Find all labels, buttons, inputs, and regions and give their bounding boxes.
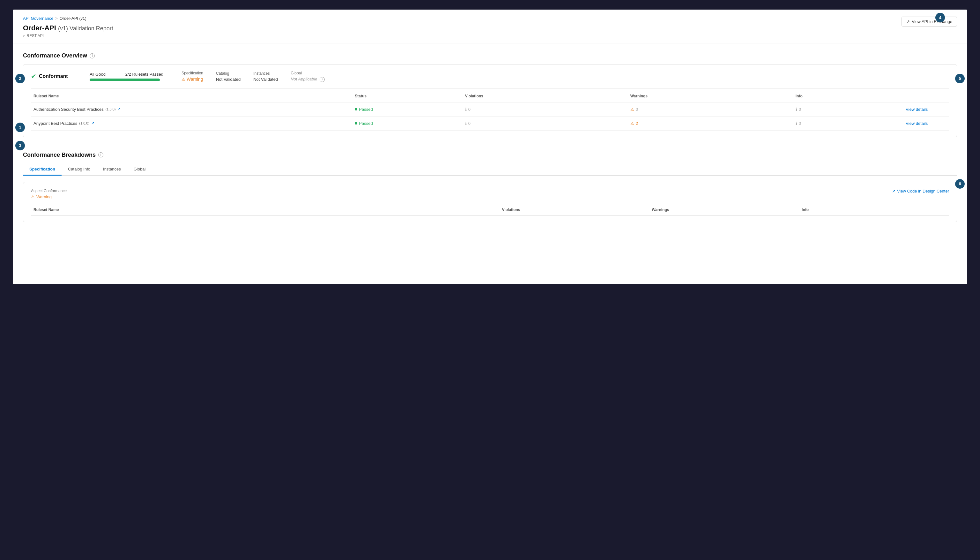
annotation-label-1: 1 xyxy=(19,125,21,130)
global-label: Global xyxy=(291,71,325,75)
violations-count-1: 0 xyxy=(468,107,470,112)
annotation-5: 5 xyxy=(955,74,965,83)
annotation-2: 2 xyxy=(15,74,25,83)
passed-status-2: Passed xyxy=(355,121,460,126)
conformance-top-row: ✔ Conformant All Good 2/2 Rulesets Passe… xyxy=(31,71,949,89)
spec-label: Specification xyxy=(181,71,203,75)
aspect-warning-icon: ⚠ xyxy=(31,195,35,199)
api-type-icon: ⌂ xyxy=(23,33,25,38)
annotation-label-4: 4 xyxy=(939,15,941,20)
catalog-label: Catalog xyxy=(216,71,241,76)
aspect-status-text: Warning xyxy=(37,195,51,199)
col-ruleset-name: Ruleset Name xyxy=(31,90,352,102)
version-badge-1: (1.0.0) xyxy=(106,107,116,111)
ruleset-table: Ruleset Name Status Violations Warnings … xyxy=(31,90,949,131)
breakdowns-title-text: Conformance Breakdowns xyxy=(23,152,96,158)
annotation-3: 3 xyxy=(15,141,25,150)
tab-specification-label: Specification xyxy=(29,167,55,172)
tab-global[interactable]: Global xyxy=(127,163,152,176)
actions-cell-2: View details xyxy=(903,116,949,130)
status-text-1: Passed xyxy=(359,107,373,112)
tab-specification[interactable]: Specification xyxy=(23,163,61,176)
breadcrumb-separator: > xyxy=(55,16,57,21)
status-text-2: Passed xyxy=(359,121,373,126)
instances-value: Not Validated xyxy=(253,77,278,82)
violations-cell-2: ℹ 0 xyxy=(463,116,628,130)
passed-status-1: Passed xyxy=(355,107,460,112)
annotation-label-5: 5 xyxy=(958,76,961,81)
info-count-2: 0 xyxy=(799,121,801,126)
status-cell-1: Passed xyxy=(352,102,462,116)
info-icon[interactable]: i xyxy=(90,53,95,58)
tab-instances-label: Instances xyxy=(103,167,121,172)
annotation-1: 1 xyxy=(15,123,25,132)
info-dot-icon-2: ℹ xyxy=(796,121,797,126)
table-row: Anypoint Best Practices (1.0.0) ↗ Passed xyxy=(31,116,949,130)
tab-catalog-info-label: Catalog Info xyxy=(68,167,90,172)
info-dot-icon-1: ℹ xyxy=(796,107,797,112)
breadcrumb: API Governance > Order-API (v1) xyxy=(23,16,957,21)
spec-warning-value: ⚠ Warning xyxy=(181,77,203,82)
view-exchange-button[interactable]: ↗ View API in Exchange xyxy=(902,17,957,27)
ruleset-table-body: Authentication Security Best Practices (… xyxy=(31,102,949,130)
progress-section: All Good 2/2 Rulesets Passed xyxy=(82,72,171,81)
status-items: Specification ⚠ Warning Catalog Not Vali… xyxy=(171,71,949,82)
view-details-link-2[interactable]: View details xyxy=(906,121,928,126)
breakdown-col-ruleset: Ruleset Name xyxy=(31,204,499,215)
aspect-conformance-header: Aspect Conformance ⚠ Warning ↗ View Code… xyxy=(31,189,949,199)
external-link-icon: ↗ xyxy=(906,19,910,24)
col-actions xyxy=(903,90,949,102)
violations-count-2: 0 xyxy=(468,121,470,126)
col-warnings: Warnings xyxy=(628,90,793,102)
conformance-breakdowns-section: 2 3 5 6 Conformance Breakdowns i Specifi… xyxy=(13,144,967,230)
aspect-conformance-label: Aspect Conformance xyxy=(31,189,66,193)
breadcrumb-current: Order-API (v1) xyxy=(59,16,86,21)
info-circle-icon-2: ℹ xyxy=(465,121,467,126)
tab-catalog-info[interactable]: Catalog Info xyxy=(61,163,97,176)
instances-label: Instances xyxy=(253,71,278,76)
warnings-count-2: 2 xyxy=(636,121,638,126)
breakdowns-info-icon[interactable]: i xyxy=(98,152,103,157)
warnings-cell-2: ⚠ 2 xyxy=(628,116,793,130)
global-info-icon[interactable]: i xyxy=(320,77,325,82)
view-details-link-1[interactable]: View details xyxy=(906,107,928,112)
page-title-sub: (v1) Validation Report xyxy=(58,25,113,32)
annotation-4: 4 xyxy=(935,13,945,22)
info-count-1: 0 xyxy=(799,107,801,112)
breakdown-col-info: Info xyxy=(799,204,949,215)
breadcrumb-link[interactable]: API Governance xyxy=(23,16,53,21)
progress-bar-fill xyxy=(90,78,160,81)
progress-label-right: 2/2 Rulesets Passed xyxy=(125,72,163,77)
warnings-count-1: 0 xyxy=(636,107,638,112)
conformance-overview-section: 1 Conformance Overview i ✔ Conformant Al… xyxy=(13,43,967,144)
specification-status: Specification ⚠ Warning xyxy=(181,71,203,82)
green-dot-icon-1 xyxy=(355,108,357,110)
warning-icon-2: ⚠ xyxy=(630,121,634,126)
external-link-icon-2[interactable]: ↗ xyxy=(91,121,95,125)
conformance-card: ✔ Conformant All Good 2/2 Rulesets Passe… xyxy=(23,64,957,137)
ruleset-name-cell: Authentication Security Best Practices (… xyxy=(31,102,352,116)
violations-cell-1: ℹ 0 xyxy=(463,102,628,116)
external-link-icon-1[interactable]: ↗ xyxy=(117,107,121,112)
info-circle-icon-1: ℹ xyxy=(465,107,467,112)
breakdowns-tabs: Specification Catalog Info Instances Glo… xyxy=(23,163,957,176)
annotation-label-3: 3 xyxy=(19,143,21,148)
conformant-badge: ✔ Conformant xyxy=(31,72,82,80)
breakdown-col-violations: Violations xyxy=(499,204,649,215)
global-value: Not Applicable i xyxy=(291,77,325,82)
breakdowns-title: Conformance Breakdowns i xyxy=(23,152,957,158)
spec-value: Warning xyxy=(187,77,203,82)
annotation-label-6: 6 xyxy=(958,181,961,186)
catalog-status: Catalog Not Validated xyxy=(216,71,241,82)
page-header: API Governance > Order-API (v1) ↗ View A… xyxy=(13,10,967,43)
global-value-text: Not Applicable xyxy=(291,77,317,82)
view-code-link[interactable]: ↗ View Code in Design Center xyxy=(892,189,949,193)
tab-instances[interactable]: Instances xyxy=(97,163,127,176)
tab-global-label: Global xyxy=(134,167,146,172)
annotation-label-2: 2 xyxy=(19,76,21,81)
conformant-shield-icon: ✔ xyxy=(31,72,37,80)
instances-status: Instances Not Validated xyxy=(253,71,278,82)
col-status: Status xyxy=(352,90,462,102)
col-violations: Violations xyxy=(463,90,628,102)
actions-cell-1: View details xyxy=(903,102,949,116)
